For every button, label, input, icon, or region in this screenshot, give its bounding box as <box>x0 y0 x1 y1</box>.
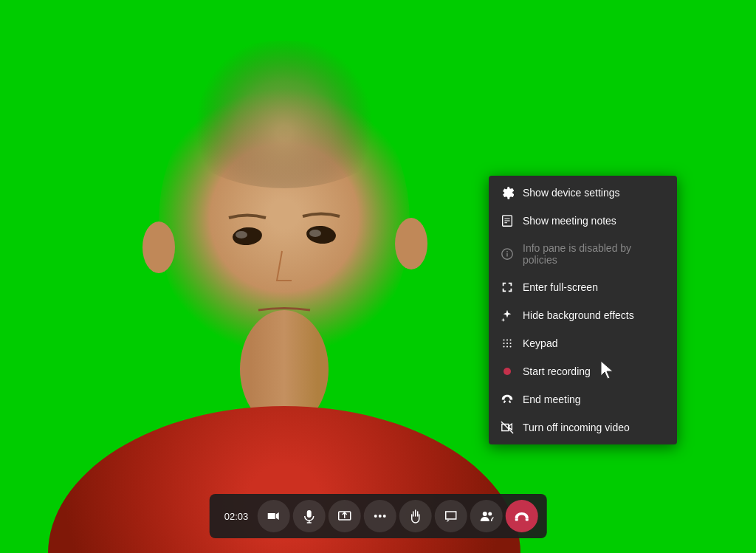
share-button[interactable] <box>328 500 360 532</box>
menu-item-incoming-video[interactable]: Turn off incoming video <box>489 413 677 442</box>
raise-hand-button[interactable] <box>399 500 431 532</box>
bg-effects-label: Hide background effects <box>523 309 634 321</box>
people-icon <box>478 509 493 523</box>
chat-icon <box>443 509 458 523</box>
device-settings-label: Show device settings <box>523 187 620 199</box>
svg-point-14 <box>506 346 508 347</box>
context-menu: Show device settings Show meeting notes … <box>489 176 677 444</box>
svg-point-15 <box>509 346 511 347</box>
fullscreen-icon <box>501 281 514 294</box>
menu-item-recording[interactable]: Start recording <box>489 357 677 385</box>
svg-point-12 <box>509 343 511 344</box>
end-meeting-label: End meeting <box>523 394 581 405</box>
menu-item-fullscreen[interactable]: Enter full-screen <box>489 273 677 301</box>
more-icon <box>372 509 387 523</box>
info-icon <box>501 247 514 261</box>
svg-point-8 <box>506 339 508 340</box>
svg-point-22 <box>378 515 381 518</box>
svg-point-25 <box>488 512 492 516</box>
keypad-icon <box>501 337 514 350</box>
menu-item-keypad[interactable]: Keypad <box>489 329 677 357</box>
share-icon <box>337 509 351 523</box>
microphone-button[interactable] <box>292 500 325 532</box>
camera-button[interactable] <box>257 500 289 532</box>
more-options-button[interactable] <box>363 500 396 532</box>
gear-icon <box>501 186 514 199</box>
phone-end-icon <box>513 508 529 524</box>
sparkle-icon <box>501 309 514 322</box>
notes-icon <box>501 214 514 227</box>
menu-item-meeting-notes[interactable]: Show meeting notes <box>489 207 677 235</box>
svg-point-9 <box>509 339 511 340</box>
record-icon <box>501 365 514 378</box>
svg-point-7 <box>503 339 504 340</box>
camera-icon <box>266 509 281 523</box>
menu-item-info-pane: Info pane is disabled by policies <box>489 235 677 273</box>
menu-item-bg-effects[interactable]: Hide background effects <box>489 301 677 329</box>
participants-button[interactable] <box>470 500 502 532</box>
svg-rect-26 <box>515 519 518 521</box>
svg-point-23 <box>382 515 385 518</box>
meeting-notes-label: Show meeting notes <box>523 215 616 227</box>
info-pane-label: Info pane is disabled by policies <box>523 242 665 266</box>
end-call-button[interactable] <box>505 500 537 532</box>
svg-rect-17 <box>306 510 311 518</box>
end-meeting-icon <box>501 393 514 406</box>
toolbar: 02:03 <box>210 494 547 538</box>
svg-point-10 <box>503 343 504 344</box>
svg-rect-27 <box>525 519 528 521</box>
recording-label: Start recording <box>523 365 591 377</box>
mic-icon <box>301 509 316 523</box>
chat-button[interactable] <box>434 500 467 532</box>
keypad-label: Keypad <box>523 337 557 349</box>
hand-icon <box>408 509 422 523</box>
svg-point-13 <box>503 346 504 347</box>
fullscreen-label: Enter full-screen <box>523 281 598 293</box>
incoming-video-label: Turn off incoming video <box>523 422 630 433</box>
svg-point-24 <box>482 512 487 516</box>
svg-point-6 <box>506 251 508 253</box>
record-dot <box>504 368 511 375</box>
menu-item-end-meeting[interactable]: End meeting <box>489 385 677 413</box>
svg-point-21 <box>374 515 377 518</box>
video-off-icon <box>501 421 514 434</box>
menu-item-device-settings[interactable]: Show device settings <box>489 179 677 207</box>
svg-point-11 <box>506 343 508 344</box>
call-timer: 02:03 <box>219 511 255 522</box>
